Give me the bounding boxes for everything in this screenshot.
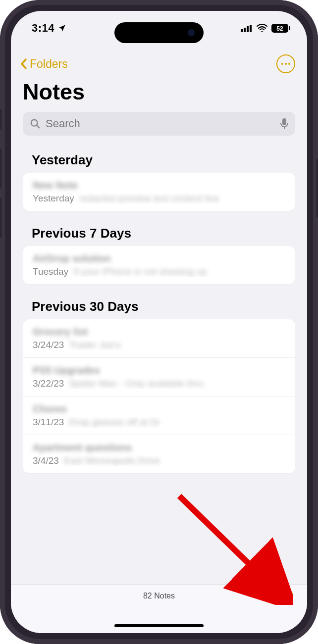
note-date: 3/22/23 — [33, 378, 64, 389]
search-icon — [30, 118, 41, 129]
wifi-icon — [257, 24, 267, 32]
note-preview: East Minneapolis Drive — [64, 455, 285, 466]
section: YesterdayNew NoteYesterdayredacted previ… — [11, 149, 307, 211]
chevron-left-icon — [20, 58, 28, 70]
notes-card: New NoteYesterdayredacted preview text c… — [23, 173, 295, 211]
location-icon — [57, 24, 66, 33]
svg-rect-9 — [282, 118, 286, 125]
note-row[interactable]: Chores3/11/23Drop glasses off at Dr — [23, 396, 295, 435]
battery-icon: 52 — [271, 24, 290, 33]
compose-button[interactable] — [278, 590, 294, 607]
mic-icon[interactable] — [280, 118, 288, 129]
compose-icon — [278, 590, 294, 605]
note-date: 3/24/23 — [33, 340, 64, 350]
status-right: 52 — [241, 24, 290, 33]
notes-card: Grocery list3/24/23Trader Joe'sPS5 Upgra… — [23, 319, 295, 473]
note-row[interactable]: New NoteYesterdayredacted preview text c… — [23, 173, 295, 211]
section: Previous 30 DaysGrocery list3/24/23Trade… — [11, 296, 307, 473]
note-row[interactable]: Apartment questions3/4/23East Minneapoli… — [23, 435, 295, 473]
note-title: AirDrop solution — [33, 253, 285, 264]
svg-rect-1 — [244, 28, 246, 32]
back-label: Folders — [30, 57, 68, 71]
note-preview: Spider Man - Only available thru — [69, 378, 285, 389]
dynamic-island — [114, 22, 204, 43]
side-button — [0, 109, 1, 130]
note-date: Yesterday — [33, 193, 74, 204]
note-subline: 3/22/23Spider Man - Only available thru — [33, 378, 285, 389]
note-subline: Yesterdayredacted preview text content l… — [33, 193, 285, 204]
notes-card: AirDrop solutionTuesdayIf your iPhone is… — [23, 246, 295, 284]
note-title: Chores — [33, 403, 285, 415]
svg-rect-0 — [241, 29, 243, 32]
note-preview: redacted preview text content line — [79, 193, 285, 204]
device-frame: 3:14 52 Folders — [0, 0, 318, 644]
note-date: 3/11/23 — [33, 417, 64, 428]
note-subline: TuesdayIf your iPhone is not showing up — [33, 266, 285, 277]
section-header: Previous 30 Days — [23, 296, 295, 319]
status-left: 3:14 — [32, 22, 66, 35]
note-subline: 3/11/23Drop glasses off at Dr — [33, 417, 285, 428]
more-button[interactable] — [276, 54, 295, 73]
sections-container: YesterdayNew NoteYesterdayredacted previ… — [11, 149, 307, 485]
cellular-icon — [241, 24, 253, 32]
note-subline: 3/4/23East Minneapolis Drive — [33, 455, 285, 466]
note-row[interactable]: AirDrop solutionTuesdayIf your iPhone is… — [23, 246, 295, 284]
home-indicator[interactable] — [114, 624, 204, 627]
volume-up-button — [0, 149, 1, 188]
page-title: Notes — [11, 77, 307, 112]
bottom-toolbar: 82 Notes — [11, 584, 307, 633]
svg-text:52: 52 — [276, 25, 283, 32]
svg-line-8 — [37, 125, 40, 128]
back-button[interactable]: Folders — [20, 57, 68, 71]
svg-rect-3 — [250, 25, 252, 32]
volume-down-button — [0, 198, 1, 238]
note-subline: 3/24/23Trader Joe's — [33, 340, 285, 350]
nav-bar: Folders — [11, 46, 307, 77]
svg-rect-5 — [289, 26, 290, 30]
note-title: Grocery list — [33, 326, 285, 338]
note-preview: If your iPhone is not showing up — [73, 266, 285, 277]
svg-line-10 — [179, 496, 273, 588]
note-row[interactable]: Grocery list3/24/23Trader Joe's — [23, 319, 295, 357]
section-header: Previous 7 Days — [23, 223, 295, 246]
note-preview: Trader Joe's — [69, 340, 285, 350]
note-row[interactable]: PS5 Upgrades3/22/23Spider Man - Only ava… — [23, 357, 295, 396]
note-preview: Drop glasses off at Dr — [69, 417, 285, 428]
screen: 3:14 52 Folders — [11, 11, 307, 633]
section: Previous 7 DaysAirDrop solutionTuesdayIf… — [11, 223, 307, 284]
search-field[interactable] — [23, 112, 295, 136]
note-count: 82 Notes — [143, 592, 175, 600]
svg-rect-2 — [247, 26, 249, 32]
note-title: Apartment questions — [33, 442, 285, 453]
note-title: PS5 Upgrades — [33, 365, 285, 376]
status-time: 3:14 — [32, 22, 54, 35]
section-header: Yesterday — [23, 149, 295, 173]
note-date: 3/4/23 — [33, 455, 59, 466]
search-input[interactable] — [45, 117, 276, 131]
note-title: New Note — [33, 180, 285, 191]
note-date: Tuesday — [33, 266, 68, 277]
